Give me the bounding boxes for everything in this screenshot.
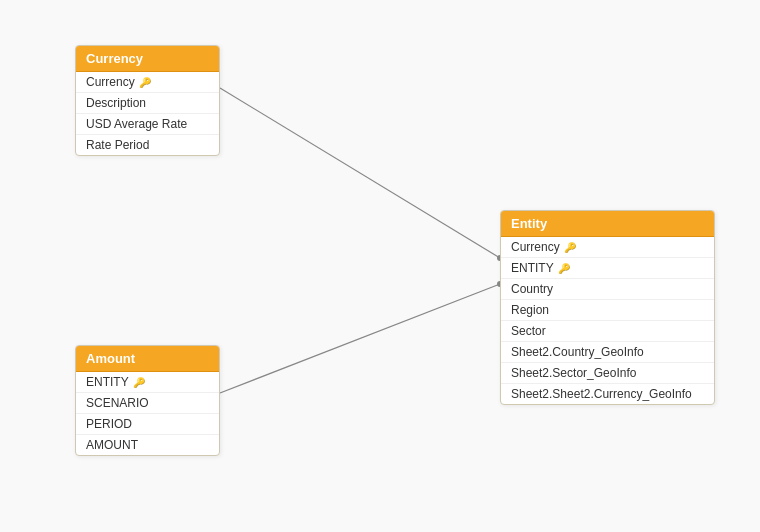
key-icon: 🔑 — [139, 77, 149, 87]
entity-field-country-geo: Sheet2.Country_GeoInfo — [501, 342, 714, 363]
svg-line-0 — [220, 88, 500, 258]
currency-field-currency: Currency 🔑 — [76, 72, 219, 93]
entity-field-country: Country — [501, 279, 714, 300]
entity-field-sector: Sector — [501, 321, 714, 342]
amount-header: Amount — [76, 346, 219, 372]
entity-field-entity: ENTITY 🔑 — [501, 258, 714, 279]
key-icon: 🔑 — [133, 377, 143, 387]
amount-field-period: PERIOD — [76, 414, 219, 435]
entity-field-sector-geo: Sheet2.Sector_GeoInfo — [501, 363, 714, 384]
amount-field-scenario: SCENARIO — [76, 393, 219, 414]
entity-field-currency-geo: Sheet2.Sheet2.Currency_GeoInfo — [501, 384, 714, 404]
amount-field-amount: AMOUNT — [76, 435, 219, 455]
amount-node[interactable]: Amount ENTITY 🔑 SCENARIO PERIOD AMOUNT — [75, 345, 220, 456]
currency-node[interactable]: Currency Currency 🔑 Description USD Aver… — [75, 45, 220, 156]
entity-field-region: Region — [501, 300, 714, 321]
entity-field-currency: Currency 🔑 — [501, 237, 714, 258]
entity-header: Entity — [501, 211, 714, 237]
svg-line-1 — [220, 284, 500, 393]
amount-field-entity: ENTITY 🔑 — [76, 372, 219, 393]
key-icon: 🔑 — [564, 242, 574, 252]
currency-header: Currency — [76, 46, 219, 72]
currency-field-rateperiod: Rate Period — [76, 135, 219, 155]
entity-node[interactable]: Entity Currency 🔑 ENTITY 🔑 Country Regio… — [500, 210, 715, 405]
currency-field-usd: USD Average Rate — [76, 114, 219, 135]
diagram-canvas: Currency Currency 🔑 Description USD Aver… — [0, 0, 760, 532]
currency-field-description: Description — [76, 93, 219, 114]
key-icon: 🔑 — [558, 263, 568, 273]
